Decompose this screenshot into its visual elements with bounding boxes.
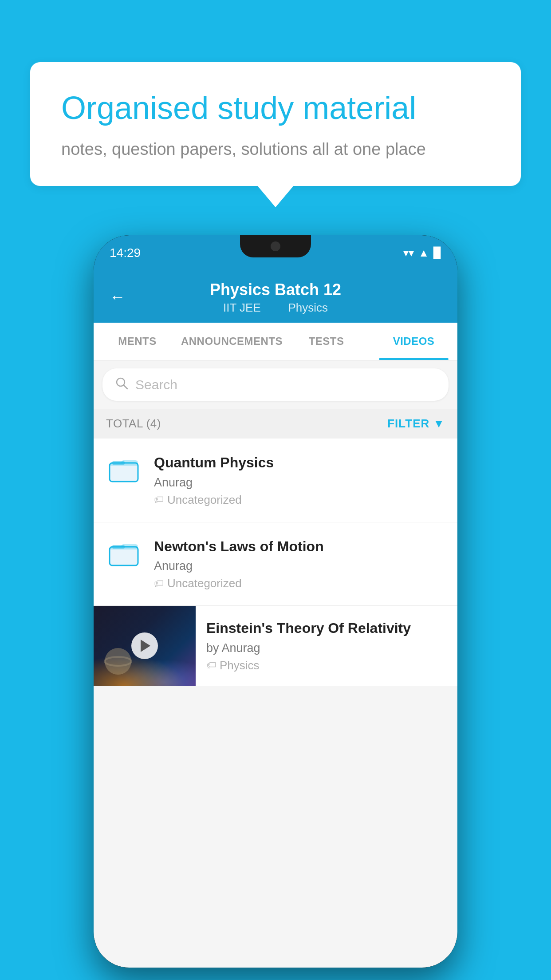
speech-bubble-container: Organised study material notes, question… <box>30 62 521 186</box>
speech-bubble: Organised study material notes, question… <box>30 62 521 186</box>
phone-frame: 14:29 ▾▾ ▲ ▉ ← Physics Batch 12 IIT JEE … <box>94 235 457 968</box>
video-list: Quantum Physics Anurag 🏷 Uncategorized <box>94 439 457 686</box>
search-icon <box>115 376 128 393</box>
signal-icon: ▲ <box>418 247 429 259</box>
video-tag-newton: 🏷 Uncategorized <box>154 577 445 590</box>
list-item[interactable]: Newton's Laws of Motion Anurag 🏷 Uncateg… <box>94 522 457 606</box>
tag-label-quantum: Uncategorized <box>167 493 242 507</box>
status-time: 14:29 <box>110 246 141 260</box>
header-subtitle: IIT JEE Physics <box>219 301 332 315</box>
svg-rect-4 <box>110 547 138 565</box>
back-button[interactable]: ← <box>110 288 126 306</box>
video-tag-quantum: 🏷 Uncategorized <box>154 493 445 507</box>
svg-point-6 <box>105 648 131 675</box>
filter-bar: TOTAL (4) FILTER ▼ <box>94 409 457 439</box>
tabs-bar: MENTS ANNOUNCEMENTS TESTS VIDEOS <box>94 323 457 360</box>
notch <box>240 235 311 257</box>
battery-icon: ▉ <box>433 247 441 259</box>
wifi-icon: ▾▾ <box>403 247 414 259</box>
speech-bubble-heading: Organised study material <box>61 89 490 127</box>
video-info-quantum: Quantum Physics Anurag 🏷 Uncategorized <box>154 454 445 507</box>
video-author-einstein: by Anurag <box>206 641 447 655</box>
app-header: ← Physics Batch 12 IIT JEE Physics <box>94 271 457 323</box>
search-bar[interactable]: Search <box>102 368 449 401</box>
video-title-einstein: Einstein's Theory Of Relativity <box>206 619 447 638</box>
tag-label-einstein: Physics <box>220 659 260 672</box>
tab-ments[interactable]: MENTS <box>94 323 181 360</box>
list-item[interactable]: Quantum Physics Anurag 🏷 Uncategorized <box>94 439 457 522</box>
video-info-newton: Newton's Laws of Motion Anurag 🏷 Uncateg… <box>154 537 445 591</box>
phone-inner: 14:29 ▾▾ ▲ ▉ ← Physics Batch 12 IIT JEE … <box>94 235 457 968</box>
video-info-einstein: Einstein's Theory Of Relativity by Anura… <box>196 606 457 683</box>
video-title-newton: Newton's Laws of Motion <box>154 537 445 556</box>
tab-announcements[interactable]: ANNOUNCEMENTS <box>181 323 283 360</box>
list-item[interactable]: Einstein's Theory Of Relativity by Anura… <box>94 606 457 686</box>
search-placeholder: Search <box>135 377 177 392</box>
video-thumbnail-einstein <box>94 606 196 686</box>
speech-bubble-subtext: notes, question papers, solutions all at… <box>61 138 490 161</box>
tag-icon-einstein: 🏷 <box>206 660 216 671</box>
filter-funnel-icon: ▼ <box>433 417 445 431</box>
video-title-quantum: Quantum Physics <box>154 454 445 472</box>
subtitle-part1: IIT JEE <box>223 301 261 314</box>
svg-rect-5 <box>112 545 125 549</box>
subtitle-separator <box>273 301 279 314</box>
total-label: TOTAL (4) <box>106 417 161 431</box>
svg-line-1 <box>124 385 127 389</box>
tab-videos[interactable]: VIDEOS <box>370 323 457 360</box>
phone-screen: Search TOTAL (4) FILTER ▼ <box>94 360 457 968</box>
status-bar: 14:29 ▾▾ ▲ ▉ <box>94 235 457 271</box>
filter-button[interactable]: FILTER ▼ <box>387 417 445 431</box>
tab-tests[interactable]: TESTS <box>283 323 370 360</box>
folder-icon-newton <box>106 537 142 569</box>
filter-label: FILTER <box>387 417 429 431</box>
tag-label-newton: Uncategorized <box>167 577 242 590</box>
status-icons: ▾▾ ▲ ▉ <box>403 247 441 259</box>
header-title: Physics Batch 12 <box>210 281 341 299</box>
video-author-newton: Anurag <box>154 559 445 573</box>
tag-icon-quantum: 🏷 <box>154 494 164 506</box>
subtitle-part2: Physics <box>288 301 328 314</box>
tag-icon-newton: 🏷 <box>154 578 164 589</box>
folder-icon-quantum <box>106 454 142 485</box>
video-author-quantum: Anurag <box>154 476 445 490</box>
camera-dot <box>271 241 280 251</box>
svg-rect-3 <box>112 461 125 465</box>
video-tag-einstein: 🏷 Physics <box>206 659 447 672</box>
svg-rect-2 <box>110 463 138 482</box>
